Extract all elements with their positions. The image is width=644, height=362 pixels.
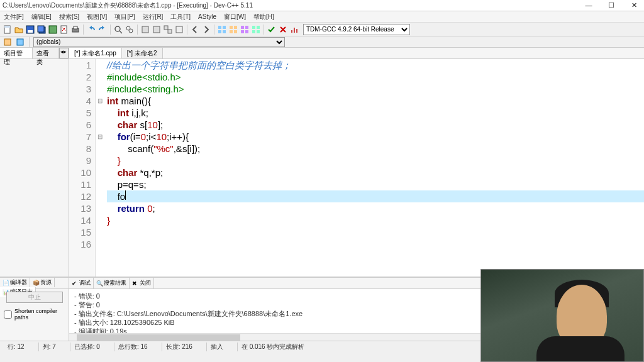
sidebar-tabs-scroll-icon[interactable]: ◂▸ (59, 48, 69, 58)
menu-view[interactable]: 视图[V] (86, 12, 108, 22)
save-as-icon[interactable] (48, 25, 58, 35)
svg-rect-15 (164, 26, 168, 30)
menu-window[interactable]: 窗口[W] (223, 12, 247, 22)
shorten-paths-checkbox[interactable]: Shorten compiler paths (4, 308, 65, 321)
back-icon[interactable] (190, 25, 200, 35)
bookmark-icon[interactable] (15, 37, 25, 47)
close-icon: ✖ (132, 280, 138, 287)
svg-rect-5 (38, 26, 44, 32)
tab-debug[interactable]: ✔调试 (69, 278, 94, 288)
save-icon[interactable] (25, 25, 35, 35)
forward-icon[interactable] (201, 25, 211, 35)
debug-icon: ✔ (72, 280, 78, 287)
toolbar-separator (214, 25, 214, 35)
svg-rect-30 (252, 26, 255, 29)
svg-rect-28 (241, 30, 244, 33)
minimize-button[interactable]: — (581, 1, 596, 9)
menu-help[interactable]: 帮助[H] (252, 12, 275, 22)
save-all-icon[interactable] (36, 25, 47, 35)
svg-rect-9 (74, 26, 77, 29)
abort-button[interactable]: 中止 (6, 292, 63, 303)
menu-run[interactable]: 运行[R] (142, 12, 165, 22)
code-lines[interactable]: //给出一个字符串把前面的空白类字符去掉； #include<stdio.h> … (104, 59, 644, 277)
tab-resources[interactable]: 📦资源 (30, 278, 55, 287)
code-editor[interactable]: 1234 5678 9101112 13141516 ⊟ ⊟ //给出一个字符串… (69, 59, 644, 277)
tab-compiler[interactable]: 📄编译器 (0, 278, 30, 287)
grid1-icon[interactable] (217, 25, 227, 35)
svg-rect-17 (176, 26, 182, 33)
replace-icon[interactable] (125, 25, 135, 35)
run-icon[interactable] (152, 25, 162, 35)
sidebar-tab-project[interactable]: 项目管理 (0, 48, 33, 58)
svg-rect-24 (230, 30, 233, 33)
status-total: 总行数: 16 (114, 343, 152, 351)
debug-stop-icon[interactable] (278, 25, 288, 35)
toolbar-separator (187, 25, 187, 35)
compiler-icon: 📄 (3, 280, 9, 286)
undo-icon[interactable] (86, 25, 96, 35)
resources-icon: 📦 (33, 280, 39, 286)
toolbar-separator (29, 37, 30, 47)
toolbar-separator (264, 25, 264, 35)
compile-run-icon[interactable] (163, 25, 173, 35)
menu-file[interactable]: 文件[F] (3, 12, 25, 22)
status-msg: 在 0.016 秒内完成解析 (237, 343, 309, 351)
grid3-icon[interactable] (240, 25, 250, 35)
find-icon[interactable] (113, 25, 123, 35)
debug-check-icon[interactable] (267, 25, 277, 35)
window-controls: — ☐ ✕ (581, 1, 641, 9)
fold-column[interactable]: ⊟ ⊟ (96, 59, 104, 277)
toolbar2: (globals) (0, 36, 644, 48)
svg-rect-23 (234, 26, 237, 29)
compiler-select[interactable]: TDM-GCC 4.9.2 64-bit Release (303, 24, 410, 35)
svg-rect-13 (142, 26, 148, 33)
tab-close[interactable]: ✖关闭 (130, 278, 154, 288)
rebuild-icon[interactable] (174, 25, 184, 35)
close-file-icon[interactable] (59, 25, 69, 35)
menu-tools[interactable]: 工具[T] (169, 12, 192, 22)
new-file-icon[interactable] (3, 25, 13, 35)
line-gutter: 1234 5678 9101112 13141516 (69, 59, 96, 277)
print-icon[interactable] (70, 25, 80, 35)
svg-rect-16 (168, 30, 172, 33)
editor-tab-1[interactable]: [*] 未命名1.cpp (69, 48, 122, 58)
toolbar: TDM-GCC 4.9.2 64-bit Release (0, 23, 644, 36)
maximize-button[interactable]: ☐ (604, 1, 619, 9)
svg-rect-18 (218, 26, 221, 29)
profile-icon[interactable] (289, 25, 299, 35)
compile-icon[interactable] (140, 25, 150, 35)
editor-tab-2[interactable]: [*] 未命名2 (122, 48, 163, 58)
svg-rect-34 (291, 30, 292, 33)
svg-rect-20 (218, 30, 221, 33)
status-len: 长度: 216 (162, 343, 196, 351)
svg-rect-38 (17, 39, 23, 45)
editor-tabs: [*] 未命名1.cpp [*] 未命名2 (69, 48, 644, 59)
main-area: 项目管理 查看类 ◂▸ [*] 未命名1.cpp [*] 未命名2 1234 5… (0, 48, 644, 277)
menu-edit[interactable]: 编辑[E] (30, 12, 53, 22)
grid4-icon[interactable] (251, 25, 261, 35)
bottom-left-pane: 📄编译器 📦资源 📊编译日志 中止 Shorten compiler paths (0, 278, 69, 341)
goto-icon[interactable] (3, 37, 13, 47)
svg-rect-14 (153, 26, 160, 33)
shorten-paths-input[interactable] (4, 310, 12, 319)
open-file-icon[interactable] (14, 25, 24, 35)
svg-point-12 (129, 29, 133, 33)
svg-rect-21 (223, 30, 226, 33)
search-results-icon: 🔍 (96, 280, 103, 287)
sidebar-tabs: 项目管理 查看类 ◂▸ (0, 48, 69, 59)
status-mode: 插入 (206, 343, 227, 351)
webcam-overlay (480, 269, 644, 362)
menu-astyle[interactable]: AStyle (197, 13, 218, 21)
titlebar-text: C:\Users\Lenovo\Documents\新建文件夹\68888\未命… (3, 1, 253, 10)
svg-rect-6 (49, 26, 57, 33)
grid2-icon[interactable] (228, 25, 238, 35)
redo-icon[interactable] (97, 25, 108, 35)
svg-rect-29 (245, 30, 248, 33)
sidebar-tab-classes[interactable]: 查看类 (33, 48, 59, 58)
tab-search-results[interactable]: 🔍搜索结果 (94, 278, 130, 288)
shorten-paths-label: Shorten compiler paths (14, 308, 65, 321)
menu-project[interactable]: 项目[P] (113, 12, 136, 22)
close-button[interactable]: ✕ (626, 1, 641, 9)
menu-search[interactable]: 搜索[S] (58, 12, 80, 22)
globals-select[interactable]: (globals) (33, 37, 285, 47)
